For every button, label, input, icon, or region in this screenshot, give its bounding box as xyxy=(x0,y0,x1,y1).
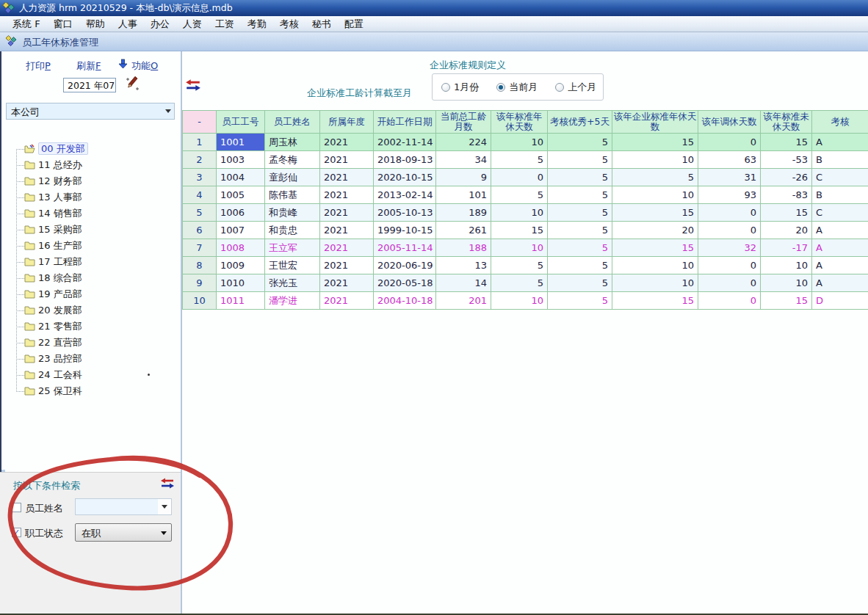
radio-option-0[interactable]: 1月份 xyxy=(441,81,479,94)
table-cell[interactable]: 5 xyxy=(548,292,612,310)
table-cell[interactable]: 5 xyxy=(183,204,217,222)
table-cell[interactable]: 和贵峰 xyxy=(265,204,320,222)
table-cell[interactable]: 2013-02-14 xyxy=(374,186,436,204)
title-bar[interactable]: 人力资源 hrm 20210529 - 本地-db\演示信息.mdb xyxy=(0,0,868,16)
table-cell[interactable]: 陈伟基 xyxy=(265,186,320,204)
table-cell[interactable]: A xyxy=(812,274,868,292)
tree-item-23[interactable]: 23 品控部 xyxy=(0,351,176,367)
status-checkbox[interactable]: ✓ xyxy=(12,528,21,537)
table-cell[interactable]: 15 xyxy=(761,134,812,151)
table-cell[interactable]: 0 xyxy=(698,134,761,151)
table-cell[interactable]: 0 xyxy=(491,169,548,186)
table-row-8[interactable]: 81009王世宏20212020-06-19135510010A xyxy=(183,257,868,274)
column-header-11[interactable]: 考核 xyxy=(812,111,868,134)
table-cell[interactable]: B xyxy=(812,186,868,204)
table-cell[interactable]: 1008 xyxy=(217,239,265,257)
menu-item-3[interactable]: 人事 xyxy=(112,16,144,32)
swap-icon[interactable] xyxy=(160,478,175,489)
tree-item-11[interactable]: 11 总经办 xyxy=(0,157,176,173)
company-select[interactable]: 本公司 xyxy=(6,103,175,120)
table-row-5[interactable]: 51006和贵峰20212005-10-1318910515015C xyxy=(183,204,868,222)
table-cell[interactable]: A xyxy=(812,134,868,151)
menu-item-5[interactable]: 人资 xyxy=(176,16,209,32)
table-cell[interactable]: 224 xyxy=(436,134,491,151)
table-cell[interactable]: -26 xyxy=(761,169,812,186)
year-month-input[interactable]: 2021 年07 xyxy=(63,78,116,92)
table-cell[interactable]: C xyxy=(812,204,868,222)
radio-option-2[interactable]: 上个月 xyxy=(555,81,596,94)
table-cell[interactable]: 2005-10-13 xyxy=(374,204,436,222)
menu-item-8[interactable]: 考核 xyxy=(273,16,305,32)
table-cell[interactable]: A xyxy=(812,257,868,274)
print-button[interactable]: 打印P xyxy=(26,59,51,73)
table-cell[interactable]: 1 xyxy=(183,134,217,151)
table-row-2[interactable]: 21003孟冬梅20212018-09-1334551063-53B xyxy=(183,151,868,169)
column-header-2[interactable]: 员工姓名 xyxy=(265,111,320,134)
table-cell[interactable]: 2020-10-15 xyxy=(374,169,436,186)
table-cell[interactable]: 3 xyxy=(183,169,217,186)
table-cell[interactable]: 5 xyxy=(491,257,548,274)
table-cell[interactable]: 0 xyxy=(698,274,761,292)
table-cell[interactable]: 周玉林 xyxy=(265,134,320,151)
column-header-5[interactable]: 当前总工龄月数 xyxy=(436,111,491,134)
menu-item-7[interactable]: 考勤 xyxy=(241,16,273,32)
tree-item-12[interactable]: 12 财务部 xyxy=(0,173,176,189)
table-cell[interactable]: 王世宏 xyxy=(265,257,320,274)
table-cell[interactable]: 2021 xyxy=(320,257,374,274)
table-row-7[interactable]: 71008王立军20212005-11-141881051532-17A xyxy=(183,239,868,257)
tree-item-18[interactable]: 18 综合部 xyxy=(0,270,176,286)
table-cell[interactable]: 13 xyxy=(436,257,491,274)
table-cell[interactable]: 5 xyxy=(491,151,548,169)
column-header-10[interactable]: 该年标准未休天数 xyxy=(761,111,812,134)
table-cell[interactable]: 2018-09-13 xyxy=(374,151,436,169)
menu-item-9[interactable]: 秘书 xyxy=(305,16,338,32)
table-cell[interactable]: -53 xyxy=(761,151,812,169)
swap-icon[interactable] xyxy=(185,79,201,91)
table-cell[interactable]: 188 xyxy=(436,239,491,257)
table-cell[interactable]: 5 xyxy=(491,274,548,292)
table-cell[interactable]: 201 xyxy=(436,292,491,310)
table-cell[interactable]: 5 xyxy=(548,274,612,292)
table-cell[interactable]: 0 xyxy=(698,257,761,274)
column-header-4[interactable]: 开始工作日期 xyxy=(374,111,436,134)
tree-item-16[interactable]: 16 生产部 xyxy=(0,238,176,254)
table-cell[interactable]: 张光玉 xyxy=(265,274,320,292)
table-cell[interactable]: A xyxy=(812,239,868,257)
table-cell[interactable]: 10 xyxy=(612,151,698,169)
tree-item-19[interactable]: 19 产品部 xyxy=(0,286,176,302)
menu-item-0[interactable]: 系统 F xyxy=(6,16,47,32)
table-cell[interactable]: 10 xyxy=(761,274,812,292)
table-cell[interactable]: 2021 xyxy=(320,151,374,169)
table-row-1[interactable]: 11001周玉林20212002-11-1422410515015A xyxy=(183,134,868,151)
table-cell[interactable]: 20 xyxy=(761,222,812,239)
column-header-8[interactable]: 该年企业标准年休天数 xyxy=(612,111,698,134)
table-cell[interactable]: 9 xyxy=(183,274,217,292)
tree-item-15[interactable]: 15 采购部 xyxy=(0,222,176,238)
tree-item-25[interactable]: 25 保卫科 xyxy=(0,383,176,399)
table-cell[interactable]: 2020-06-19 xyxy=(374,257,436,274)
table-cell[interactable]: 2021 xyxy=(320,169,374,186)
table-cell[interactable]: 5 xyxy=(548,169,612,186)
table-cell[interactable]: 15 xyxy=(491,222,548,239)
table-cell[interactable]: 5 xyxy=(612,169,698,186)
table-row-4[interactable]: 41005陈伟基20212013-02-14101551093-83B xyxy=(183,186,868,204)
menu-item-4[interactable]: 办公 xyxy=(144,16,176,32)
table-cell[interactable]: 5 xyxy=(548,134,612,151)
radio-option-1[interactable]: 当前月 xyxy=(496,81,538,94)
refresh-button[interactable]: 刷新F xyxy=(76,59,101,73)
table-cell[interactable]: 10 xyxy=(491,134,548,151)
table-cell[interactable]: 1004 xyxy=(217,169,265,186)
table-cell[interactable]: 1006 xyxy=(217,204,265,222)
table-cell[interactable]: 5 xyxy=(548,222,612,239)
table-row-3[interactable]: 31004童彭仙20212020-10-15905531-26C xyxy=(183,169,868,186)
table-cell[interactable]: 101 xyxy=(436,186,491,204)
table-cell[interactable]: 15 xyxy=(612,239,698,257)
table-cell[interactable]: 34 xyxy=(436,151,491,169)
table-cell[interactable]: 93 xyxy=(698,186,761,204)
functions-button[interactable]: 功能O xyxy=(131,59,158,73)
table-cell[interactable]: 5 xyxy=(548,239,612,257)
table-row-6[interactable]: 61007和贵忠20211999-10-1526115520020A xyxy=(183,222,868,239)
table-cell[interactable]: 5 xyxy=(548,186,612,204)
table-cell[interactable]: 8 xyxy=(183,257,217,274)
table-cell[interactable]: 潘学进 xyxy=(265,292,320,310)
